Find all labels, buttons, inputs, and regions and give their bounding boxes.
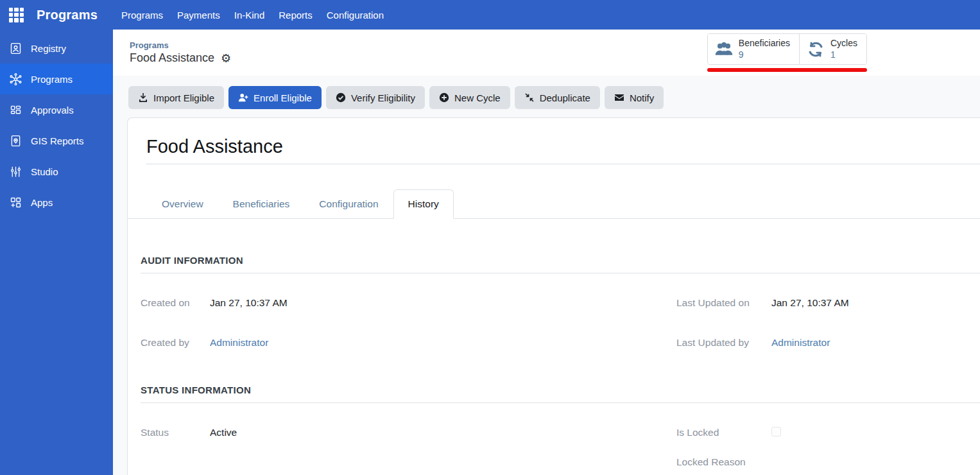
- last-updated-by-link[interactable]: Administrator: [771, 337, 830, 349]
- sidebar-item-approvals[interactable]: Approvals: [0, 94, 113, 125]
- menu-item-programs[interactable]: Programs: [114, 2, 170, 28]
- breadcrumb: Programs Food Assistance ⚙: [130, 40, 231, 65]
- audit-fields: Created on Jan 27, 10:37 AM Created by A…: [141, 297, 980, 377]
- top-navbar: Programs Programs Payments In-Kind Repor…: [0, 0, 980, 30]
- check-circle-icon: [336, 92, 346, 103]
- red-underline-annotation: [707, 68, 867, 72]
- menu-item-configuration[interactable]: Configuration: [320, 2, 391, 28]
- stat-button-group: Beneficiaries 9 Cycles 1: [707, 33, 867, 72]
- sidebar-item-label: GIS Reports: [31, 135, 84, 146]
- button-label: Notify: [630, 92, 654, 103]
- field-last-updated-by: Last Updated by Administrator: [676, 337, 980, 349]
- field-last-updated-on: Last Updated on Jan 27, 10:37 AM: [676, 297, 980, 309]
- refresh-icon: [806, 41, 825, 58]
- breadcrumb-bar: Programs Food Assistance ⚙ Beneficiaries: [113, 30, 980, 76]
- enroll-eligible-button[interactable]: Enroll Eligible: [228, 86, 322, 109]
- beneficiaries-stat-button[interactable]: Beneficiaries 9: [708, 34, 799, 64]
- breadcrumb-title: Food Assistance: [130, 51, 214, 65]
- sidebar-item-programs[interactable]: Programs: [0, 64, 113, 94]
- import-eligible-button[interactable]: Import Eligible: [128, 86, 224, 109]
- top-menu: Programs Payments In-Kind Reports Config…: [114, 2, 391, 28]
- field-label: Is Locked: [676, 427, 771, 438]
- sidebar-item-label: Programs: [31, 74, 73, 85]
- sliders-icon: [9, 165, 22, 178]
- person-plus-icon: [238, 92, 248, 103]
- status-section-heading: STATUS INFORMATION: [141, 384, 980, 395]
- tab-bar: Overview Beneficiaries Configuration His…: [128, 189, 980, 219]
- stat-value: 1: [830, 49, 836, 61]
- deduplicate-button[interactable]: Deduplicate: [515, 86, 600, 109]
- app-title: Programs: [37, 8, 98, 22]
- network-icon: [9, 73, 22, 86]
- tab-configuration[interactable]: Configuration: [304, 189, 393, 219]
- breadcrumb-parent-link[interactable]: Programs: [130, 40, 231, 50]
- created-by-link[interactable]: Administrator: [210, 337, 268, 349]
- field-label: Created on: [141, 297, 210, 309]
- cycles-stat-button[interactable]: Cycles 1: [799, 34, 866, 64]
- field-label: Created by: [141, 337, 210, 349]
- tab-history[interactable]: History: [393, 189, 454, 219]
- action-bar: Import Eligible Enroll Eligible Verify E…: [113, 76, 980, 117]
- sidebar-item-gis-reports[interactable]: GIS Reports: [0, 125, 113, 156]
- plus-circle-icon: [439, 92, 449, 103]
- compress-arrows-icon: [524, 92, 535, 103]
- stat-value: 9: [739, 49, 744, 61]
- field-created-by: Created by Administrator: [141, 337, 676, 349]
- field-status: Status Active: [141, 427, 676, 438]
- field-value: Active: [210, 427, 237, 438]
- record-sheet: Food Assistance Overview Beneficiaries C…: [127, 117, 980, 475]
- sidebar-item-label: Registry: [31, 43, 66, 54]
- tab-beneficiaries[interactable]: Beneficiaries: [218, 189, 305, 219]
- sidebar-item-studio[interactable]: Studio: [0, 156, 113, 187]
- notify-button[interactable]: Notify: [605, 86, 664, 109]
- apps-plus-icon: [9, 196, 22, 209]
- map-document-icon: [9, 134, 22, 148]
- section-divider: [141, 273, 980, 273]
- is-locked-checkbox[interactable]: [771, 427, 781, 436]
- button-label: New Cycle: [454, 92, 501, 103]
- users-icon: [714, 41, 734, 58]
- button-label: Import Eligible: [153, 92, 214, 103]
- field-label: Last Updated on: [676, 297, 771, 309]
- envelope-icon: [614, 92, 624, 103]
- title-divider: [146, 164, 980, 164]
- sidebar-item-label: Apps: [31, 197, 53, 208]
- new-cycle-button[interactable]: New Cycle: [429, 86, 510, 109]
- stat-label: Cycles: [830, 38, 857, 49]
- button-label: Deduplicate: [540, 92, 590, 103]
- status-fields: Status Active Date Ended Is Locked Locke…: [141, 427, 980, 475]
- menu-item-payments[interactable]: Payments: [170, 2, 227, 28]
- apps-grid-icon[interactable]: [9, 8, 24, 22]
- sidebar: Registry Programs Approvals GIS Reports …: [0, 30, 113, 475]
- audit-section-heading: AUDIT INFORMATION: [141, 255, 980, 266]
- verify-eligibility-button[interactable]: Verify Eligibility: [326, 86, 425, 109]
- menu-item-reports[interactable]: Reports: [271, 2, 320, 28]
- field-value: Jan 27, 10:37 AM: [210, 297, 288, 309]
- tab-overview[interactable]: Overview: [147, 189, 218, 219]
- field-locked-reason: Locked Reason: [676, 456, 980, 468]
- download-icon: [138, 92, 148, 103]
- id-card-icon: [9, 42, 22, 55]
- page-title: Food Assistance: [146, 136, 980, 157]
- button-label: Verify Eligibility: [351, 92, 415, 103]
- sidebar-item-apps[interactable]: Apps: [0, 187, 113, 218]
- main-area: Programs Food Assistance ⚙ Beneficiaries: [113, 30, 980, 475]
- layout-grid-icon: [9, 103, 22, 117]
- stat-label: Beneficiaries: [739, 38, 790, 49]
- gear-icon[interactable]: ⚙: [221, 53, 231, 64]
- section-divider: [141, 402, 980, 403]
- field-label: Status: [141, 427, 210, 438]
- menu-item-in-kind[interactable]: In-Kind: [227, 2, 272, 28]
- sidebar-item-registry[interactable]: Registry: [0, 33, 113, 64]
- history-tab-content: AUDIT INFORMATION Created on Jan 27, 10:…: [128, 255, 980, 475]
- field-value: Jan 27, 10:37 AM: [771, 297, 849, 309]
- field-is-locked: Is Locked: [676, 427, 980, 438]
- field-label: Last Updated by: [676, 337, 771, 349]
- sidebar-item-label: Studio: [31, 166, 58, 177]
- field-label: Locked Reason: [676, 456, 771, 468]
- button-label: Enroll Eligible: [254, 92, 312, 103]
- field-created-on: Created on Jan 27, 10:37 AM: [141, 297, 676, 309]
- sidebar-item-label: Approvals: [31, 105, 74, 116]
